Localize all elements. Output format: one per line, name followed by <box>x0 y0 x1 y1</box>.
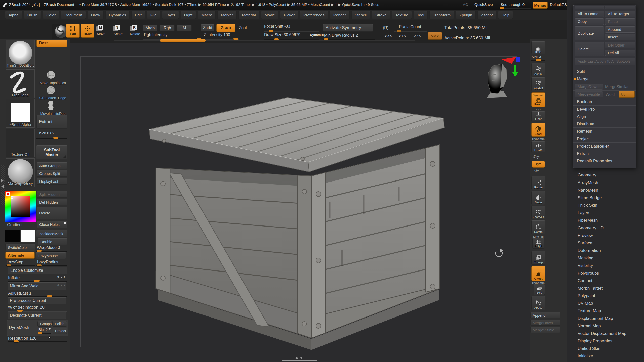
resolution-slider-handle[interactable] <box>14 340 19 342</box>
current-brush-thumbnail[interactable]: TrimSmoothBord <box>6 40 35 68</box>
draw-size-dynamic-toggle[interactable]: Dynamic <box>310 33 324 37</box>
enable-customize-button[interactable]: Enable Customize <box>8 267 67 274</box>
decimation-slider-label[interactable]: % of decimation 20 <box>8 305 45 310</box>
apply-last-action-button[interactable]: Apply Last Action To All Subtools <box>575 58 635 65</box>
dynamesh-blur-slider-label[interactable]: Blur 2 <box>38 328 48 332</box>
rotate-button[interactable]: RRotate <box>130 25 140 36</box>
menu-item[interactable]: Light <box>181 11 196 19</box>
rgb-button[interactable]: Rgb <box>160 25 175 31</box>
menu-item[interactable]: Macro <box>198 11 216 19</box>
lazy-step-slider-label[interactable]: LazyStep <box>7 260 23 264</box>
menu-item[interactable]: Draw <box>88 11 104 19</box>
recent-brush-thumbnail[interactable] <box>46 100 57 111</box>
tray-collapse-arrow-icon[interactable] <box>1 179 4 182</box>
paste-button[interactable]: Paste <box>605 18 635 25</box>
see-through-slider-label[interactable]: See-through 0 <box>501 2 525 7</box>
gradient-toggle[interactable]: Gradient <box>7 223 22 227</box>
frame-button[interactable]: Frame <box>531 176 545 190</box>
color-picker[interactable] <box>5 191 36 222</box>
subpalette-item[interactable]: Display Properties <box>573 337 642 345</box>
popup-menu-item[interactable]: Project BasRelief <box>573 142 636 150</box>
solo-button[interactable]: Solo <box>534 284 545 295</box>
copy-button[interactable]: Copy <box>575 18 604 25</box>
quicksave-button[interactable]: QuickSave <box>474 2 493 7</box>
decimation-slider-track[interactable] <box>8 311 67 311</box>
rotate-z-toggle[interactable]: ↺z <box>534 169 539 173</box>
aahalf-button[interactable]: AAHalf <box>531 77 545 91</box>
thick-slider-handle[interactable] <box>53 137 58 139</box>
weld-button[interactable]: Weld <box>606 92 615 97</box>
lsym-button[interactable]: L.Sym <box>531 141 545 152</box>
decimation-slider-handle[interactable] <box>17 310 23 312</box>
zoom3d-button[interactable]: Zoom3D <box>531 206 545 219</box>
clipped-button[interactable] <box>575 6 604 9</box>
menu-item[interactable]: Stencil <box>351 11 370 19</box>
resolution-slider-label[interactable]: Resolution 128 <box>8 336 36 341</box>
subpalette-item[interactable]: Preview <box>573 232 642 239</box>
edit-button[interactable]: Edit <box>66 24 80 38</box>
replay-last-button[interactable]: ReplayLast <box>37 178 67 185</box>
menu-item[interactable]: Preferences <box>300 11 328 19</box>
tray-expand-arrow-icon[interactable] <box>1 185 4 188</box>
symmetry-m-toggle[interactable]: >M< <box>428 32 442 40</box>
menu-item[interactable]: Transform <box>429 11 454 19</box>
min-draw-radius-slider-label[interactable]: Min Draw Radius 2 <box>324 33 358 38</box>
popup-menu-item[interactable]: Distribute <box>573 120 636 128</box>
mergedown-shelf-button[interactable]: MergeDown <box>530 320 560 326</box>
local-button[interactable]: Local <box>531 123 545 137</box>
menu-item[interactable]: File <box>147 11 160 19</box>
subpalette-item[interactable]: Visibility <box>573 262 642 269</box>
floor-button[interactable]: Floor <box>531 111 545 121</box>
canvas-bottom-scroll[interactable] <box>282 357 317 361</box>
subtool-master-button[interactable]: SubToolMaster <box>36 145 67 159</box>
append-shelf-button[interactable]: Append <box>530 312 560 318</box>
subpalette-item[interactable]: NanoMesh <box>573 187 642 194</box>
radial-count-slider-handle[interactable] <box>397 30 401 32</box>
draw-size-slider-label[interactable]: Draw Size 30.69679 <box>264 33 300 37</box>
bpr-button[interactable]: BPR <box>531 41 545 54</box>
del-other-button[interactable]: Del Other <box>605 42 635 48</box>
menu-item[interactable]: Texture <box>392 11 412 19</box>
adjust-last-slider-handle[interactable] <box>47 295 52 297</box>
sv-selector[interactable] <box>11 196 13 199</box>
adjust-last-slider-label[interactable]: AdjustLast 1 <box>8 291 32 296</box>
main-color-swatch[interactable] <box>5 230 20 242</box>
zsub-button[interactable]: Zsub <box>216 24 235 32</box>
mergedown-button[interactable]: MergeDown <box>575 84 603 90</box>
popup-menu-item[interactable]: Align <box>573 113 636 120</box>
auto-groups-button[interactable]: Auto Groups <box>37 162 67 169</box>
zadd-button[interactable]: Zadd <box>201 24 214 31</box>
wrap-mode-slider-handle[interactable] <box>37 250 42 252</box>
delete-button[interactable]: Delete <box>37 207 67 219</box>
subpalette-item[interactable]: Deformation <box>573 247 642 254</box>
del-all-button[interactable]: Del All <box>605 50 635 56</box>
actual-size-button[interactable]: x1 Actual <box>531 63 545 76</box>
subpalette-item[interactable]: ArrayMesh <box>573 179 642 187</box>
split-menu-item[interactable]: Split <box>573 68 636 75</box>
texture-thumbnail[interactable]: Texture Off <box>6 129 35 157</box>
menus-button[interactable]: Menus <box>533 2 548 9</box>
activate-symmetry-button[interactable]: Activate Symmetry <box>323 24 373 32</box>
menu-item[interactable]: Document <box>61 11 86 19</box>
inflate-axis-toggles[interactable]: x y z <box>57 275 66 278</box>
see-through-slider-handle[interactable] <box>500 7 504 9</box>
lazy-mouse-button[interactable]: LazyMouse <box>36 252 66 259</box>
double-button[interactable]: Double <box>38 238 67 245</box>
draw-size-slider-track[interactable] <box>264 39 319 40</box>
decimate-current-button[interactable]: Decimate Current <box>8 312 66 319</box>
radial-count-slider-label[interactable]: RadialCount <box>399 25 421 29</box>
subpalette-item[interactable]: Texture Map <box>573 307 642 315</box>
subpalette-item[interactable]: UV Map <box>573 300 642 307</box>
camera-view-head[interactable] <box>487 64 507 98</box>
duplicate-button[interactable]: Duplicate <box>575 26 604 40</box>
z-intensity-slider-handle[interactable] <box>233 38 238 40</box>
lazy-step-slider-handle[interactable] <box>7 264 11 266</box>
rgb-intensity-slider-label[interactable]: Rgb Intensity <box>144 33 167 37</box>
clipped-button[interactable] <box>605 6 635 9</box>
preprocess-current-button[interactable]: Pre-process Current <box>8 297 66 304</box>
switch-color-button[interactable]: SwitchColor <box>5 244 35 251</box>
inflate-slider-label[interactable]: Inflate <box>8 275 20 280</box>
rotate-canvas-button[interactable]: Rotate <box>531 220 545 234</box>
subpalette-item[interactable]: Polypaint <box>573 292 642 300</box>
mergevisible-shelf-button[interactable]: MergeVisible <box>530 327 560 333</box>
